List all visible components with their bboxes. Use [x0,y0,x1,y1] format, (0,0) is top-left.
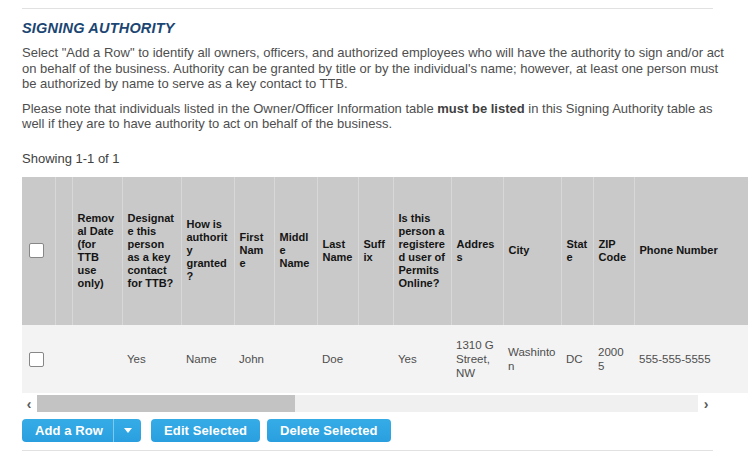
header-cell-removal-date: Removal Date (for TTB use only) [72,177,122,325]
signing-authority-section: SIGNING AUTHORITY Select "Add a Row" to … [0,8,748,451]
intro-paragraph: Select "Add a Row" to identify all owner… [22,45,730,92]
scrollbar-thumb[interactable] [37,395,295,412]
row-select-cell [22,325,55,393]
header-cell-key-contact: Designate this person as a key contact f… [122,177,181,325]
cell-spacer [55,325,72,393]
cell-address: 1310 G Street, NW [451,325,503,393]
note-paragraph: Please note that individuals listed in t… [22,101,730,132]
top-divider [22,8,713,9]
delete-selected-button[interactable]: Delete Selected [267,419,391,442]
scrollbar-track[interactable] [37,395,698,412]
scroll-left-arrow-icon[interactable]: ‹ [22,395,36,413]
cell-removal-date [72,325,122,393]
header-cell-registered-user: Is this person a registered user of Perm… [393,177,451,325]
header-cell-phone: Phone Number [634,177,748,325]
signing-authority-table: Removal Date (for TTB use only) Designat… [22,177,748,393]
cell-city: Washinton [503,325,561,393]
edit-selected-button[interactable]: Edit Selected [151,419,260,442]
cell-zip: 20005 [593,325,634,393]
header-cell-address: Address [451,177,503,325]
header-cell-state: State [561,177,593,325]
cell-first-name: John [234,325,274,393]
table-scroll-area[interactable]: Removal Date (for TTB use only) Designat… [22,177,748,393]
showing-count: Showing 1-1 of 1 [22,151,748,166]
table-header-row: Removal Date (for TTB use only) Designat… [22,177,748,325]
header-cell-middle-name: Middle Name [274,177,317,325]
header-cell-last-name: Last Name [317,177,358,325]
cell-state: DC [561,325,593,393]
horizontal-scrollbar[interactable]: ‹ › [22,395,713,413]
intro-text: Select "Add a Row" to identify all owner… [22,45,724,91]
note-text-start: Please note that individuals listed in t… [22,101,437,116]
cell-suffix [358,325,393,393]
cell-key-contact: Yes [122,325,181,393]
chevron-down-icon [124,428,132,433]
page-title: SIGNING AUTHORITY [22,20,748,36]
header-cell-city: City [503,177,561,325]
header-select-cell [22,177,55,325]
table-actions-toolbar: Add a Row Edit Selected Delete Selected [22,419,748,442]
scroll-right-arrow-icon[interactable]: › [699,395,713,413]
cell-middle-name [274,325,317,393]
select-all-checkbox[interactable] [29,243,44,258]
table-row: Yes Name John Doe Yes 1310 G Street, NW … [22,325,748,393]
header-cell-authority-granted: How is authority granted? [181,177,234,325]
add-a-row-dropdown-button[interactable] [114,419,141,442]
header-cell-zip: ZIP Code [593,177,634,325]
note-text-bold: must be listed [437,101,524,116]
add-a-row-split-button: Add a Row [22,419,141,442]
cell-phone: 555-555-5555 [634,325,748,393]
cell-registered-user: Yes [393,325,451,393]
cell-authority-granted: Name [181,325,234,393]
row-checkbox[interactable] [29,352,44,367]
header-cell-spacer [55,177,72,325]
cell-last-name: Doe [317,325,358,393]
header-cell-suffix: Suffix [358,177,393,325]
add-a-row-button[interactable]: Add a Row [22,419,113,442]
bottom-divider [22,450,713,451]
header-cell-first-name: First Name [234,177,274,325]
